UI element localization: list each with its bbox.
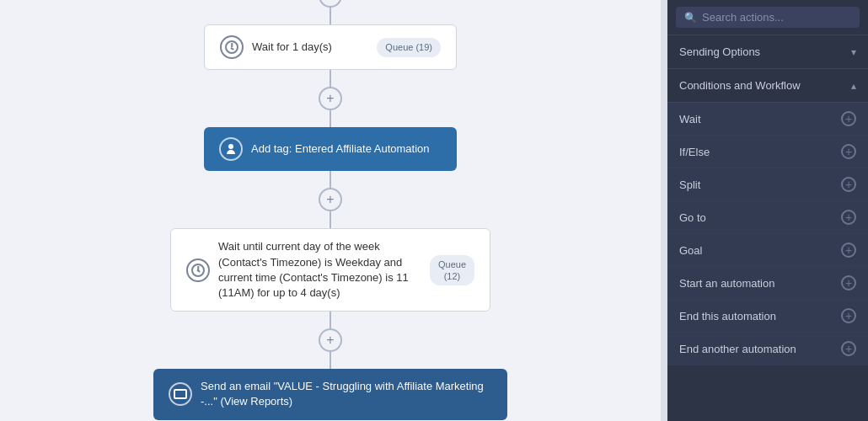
chevron-down-icon: ▾ <box>851 46 856 58</box>
envelope-icon <box>169 382 192 406</box>
clock-icon-2 <box>186 258 210 282</box>
person-icon <box>219 137 243 161</box>
action-label-split: Split <box>679 179 700 191</box>
condition-node-text: Wait until current day of the week (Cont… <box>218 239 421 301</box>
plus-cross-icon: + <box>841 111 856 126</box>
action-list: Wait+If/Else+Split+Go to+Goal+Start an a… <box>667 103 868 365</box>
chevron-up-icon: ▴ <box>851 80 856 92</box>
plus-cross-icon: + <box>841 341 856 356</box>
flow-container: + Wait for 1 day(s) Queue (19) + Add tag… <box>153 0 507 420</box>
connector <box>330 312 331 328</box>
clock-icon <box>220 35 244 59</box>
drag-handle-start-automation[interactable]: + <box>841 275 856 290</box>
search-input-wrap[interactable]: 🔍 <box>676 7 860 28</box>
condition-node[interactable]: Wait until current day of the week (Cont… <box>170 228 490 312</box>
add-button-top[interactable]: + <box>319 0 342 8</box>
email-node-text: Send an email "VALUE - Struggling with A… <box>201 379 492 409</box>
right-panel: 🔍 Sending Options ▾ Conditions and Workf… <box>667 0 868 421</box>
flow-canvas: + Wait for 1 day(s) Queue (19) + Add tag… <box>0 0 661 421</box>
action-label-wait: Wait <box>679 113 701 125</box>
drag-handle-wait[interactable]: + <box>841 111 856 126</box>
section-conditions-workflow[interactable]: Conditions and Workflow ▴ <box>667 69 868 103</box>
action-item-end-this-automation[interactable]: End this automation+ <box>667 300 868 333</box>
plus-cross-icon: + <box>841 177 856 192</box>
tag-node-text: Add tag: Entered Affiliate Automation <box>251 141 442 157</box>
action-label-if-else: If/Else <box>679 146 710 158</box>
plus-cross-icon: + <box>841 242 856 258</box>
plus-cross-icon: + <box>841 144 856 159</box>
action-label-go-to: Go to <box>679 211 706 224</box>
connector <box>330 110 331 127</box>
wait-node-text: Wait for 1 day(s) <box>252 40 368 55</box>
connector <box>330 171 331 188</box>
search-icon: 🔍 <box>684 12 697 24</box>
drag-handle-if-else[interactable]: + <box>841 144 856 159</box>
search-input[interactable] <box>702 11 851 24</box>
add-button-2[interactable]: + <box>319 188 342 211</box>
action-item-end-another-automation[interactable]: End another automation+ <box>667 333 868 365</box>
tag-node[interactable]: Add tag: Entered Affiliate Automation <box>204 127 457 171</box>
action-label-start-automation: Start an automation <box>679 277 774 290</box>
action-item-goal[interactable]: Goal+ <box>667 234 868 267</box>
action-label-end-this-automation: End this automation <box>679 310 776 322</box>
wait-node[interactable]: Wait for 1 day(s) Queue (19) <box>204 24 457 70</box>
connector <box>330 8 331 24</box>
connector <box>330 352 331 369</box>
connector <box>330 70 331 87</box>
drag-handle-go-to[interactable]: + <box>841 210 856 225</box>
queue-badge-condition: Queue (12) <box>430 255 474 286</box>
section-sending-options[interactable]: Sending Options ▾ <box>667 35 868 69</box>
action-item-if-else[interactable]: If/Else+ <box>667 136 868 168</box>
action-item-start-automation[interactable]: Start an automation+ <box>667 267 868 300</box>
connector <box>330 211 331 228</box>
search-bar: 🔍 <box>667 0 868 35</box>
drag-handle-end-another-automation[interactable]: + <box>841 341 856 356</box>
queue-badge-wait: Queue (19) <box>377 38 441 56</box>
plus-cross-icon: + <box>841 275 856 290</box>
action-item-split[interactable]: Split+ <box>667 168 868 201</box>
plus-cross-icon: + <box>841 308 856 323</box>
add-button-1[interactable]: + <box>319 87 342 110</box>
add-button-3[interactable]: + <box>319 328 342 352</box>
email-node[interactable]: Send an email "VALUE - Struggling with A… <box>153 369 507 419</box>
action-item-go-to[interactable]: Go to+ <box>667 201 868 234</box>
action-label-goal: Goal <box>679 244 702 257</box>
action-label-end-another-automation: End another automation <box>679 343 796 355</box>
drag-handle-end-this-automation[interactable]: + <box>841 308 856 323</box>
scrollbar-divider <box>661 0 667 421</box>
section-sending-options-label: Sending Options <box>679 45 760 58</box>
section-conditions-workflow-label: Conditions and Workflow <box>679 79 801 92</box>
action-item-wait[interactable]: Wait+ <box>667 103 868 136</box>
drag-handle-split[interactable]: + <box>841 177 856 192</box>
plus-cross-icon: + <box>841 210 856 225</box>
drag-handle-goal[interactable]: + <box>841 242 856 258</box>
